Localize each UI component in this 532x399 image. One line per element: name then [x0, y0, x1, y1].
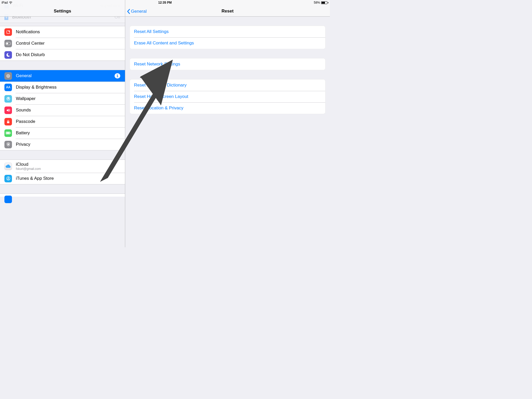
sidebar-item-icloud[interactable]: iCloud fskurt@gmail.com: [0, 160, 125, 173]
dnd-icon: [4, 51, 12, 59]
sidebar-item-dnd[interactable]: Do Not Disturb: [0, 49, 125, 61]
sidebar-item-privacy[interactable]: Privacy: [0, 139, 125, 150]
svg-point-4: [6, 43, 8, 44]
sidebar-group-device: General 1 AA Display & Brightness Wallpa…: [0, 70, 125, 150]
wifi-status-icon: [9, 1, 12, 4]
reset-network-button[interactable]: Reset Network Settings: [130, 58, 325, 70]
svg-rect-13: [8, 144, 9, 145]
sidebar-list[interactable]: Notifications Control Center Do Not Dist…: [0, 17, 125, 247]
erase-all-content-button[interactable]: Erase All Content and Settings: [130, 37, 325, 49]
device-label: iPad: [2, 1, 8, 4]
sidebar-item-label: iTunes & App Store: [16, 176, 54, 181]
gear-icon: [4, 72, 12, 80]
sounds-icon: [4, 107, 12, 114]
detail-pane: General Reset Reset All Settings Erase A…: [125, 0, 330, 247]
unknown-icon: [4, 196, 12, 203]
sidebar-item-label: Notifications: [16, 29, 40, 35]
sidebar-item-display[interactable]: AA Display & Brightness: [0, 82, 125, 93]
clock: 12:35 PM: [158, 1, 172, 4]
sidebar-item-label: Display & Brightness: [16, 85, 57, 90]
display-icon: AA: [4, 84, 12, 91]
reset-all-settings-button[interactable]: Reset All Settings: [130, 26, 325, 37]
svg-point-5: [7, 74, 10, 77]
reset-group-1: Reset All Settings Erase All Content and…: [130, 26, 325, 49]
sidebar-item-general[interactable]: General 1: [0, 70, 125, 82]
sidebar-item-sounds[interactable]: Sounds: [0, 104, 125, 116]
chevron-left-icon: [127, 9, 130, 14]
sidebar-item-battery[interactable]: Battery: [0, 127, 125, 139]
svg-point-6: [8, 75, 9, 76]
row-label: Reset Network Settings: [134, 62, 180, 67]
app-store-icon: [4, 175, 12, 182]
reset-home-button[interactable]: Reset Home Screen Layout: [130, 91, 325, 102]
sidebar-item-label: Sounds: [16, 108, 31, 113]
svg-rect-12: [10, 132, 11, 134]
sidebar-item-label: Do Not Disturb: [16, 52, 45, 57]
sidebar-item-label: Privacy: [16, 142, 30, 147]
row-label: Reset Keyboard Dictionary: [134, 83, 187, 88]
sidebar-item-wallpaper[interactable]: Wallpaper: [0, 93, 125, 104]
reset-group-3: Reset Keyboard Dictionary Reset Home Scr…: [130, 79, 325, 114]
settings-sidebar: Wi-Fi superhero Bluetooth Off Settings: [0, 0, 125, 247]
battery-icon: [4, 129, 12, 137]
svg-point-2: [9, 30, 10, 32]
row-label: Reset All Settings: [134, 29, 169, 34]
back-label: General: [131, 9, 147, 14]
reset-keyboard-button[interactable]: Reset Keyboard Dictionary: [130, 79, 325, 91]
sidebar-group-account: iCloud fskurt@gmail.com iTunes & App Sto…: [0, 159, 125, 184]
detail-content: Reset All Settings Erase All Content and…: [125, 17, 330, 247]
notifications-icon: [4, 28, 12, 36]
battery-icon: [321, 1, 328, 4]
battery-percentage: 58%: [314, 1, 320, 4]
row-label: Reset Location & Privacy: [134, 105, 183, 111]
wallpaper-icon: [4, 95, 12, 103]
sidebar-group-alerts: Notifications Control Center Do Not Dist…: [0, 26, 125, 61]
sidebar-item-label: Passcode: [16, 119, 35, 124]
detail-title: Reset: [222, 9, 234, 14]
control-center-icon: [4, 40, 12, 47]
sidebar-item-passcode[interactable]: Passcode: [0, 116, 125, 127]
sidebar-title: Settings: [54, 9, 71, 14]
icloud-account-email: fskurt@gmail.com: [16, 167, 41, 171]
row-label: Erase All Content and Settings: [134, 41, 194, 46]
general-badge: 1: [115, 73, 120, 78]
svg-rect-11: [6, 132, 10, 134]
back-button[interactable]: General: [127, 9, 147, 14]
sidebar-item-label: iCloud: [16, 162, 41, 167]
icloud-icon: [4, 163, 12, 170]
sidebar-item-label: Battery: [16, 130, 30, 136]
passcode-icon: [4, 118, 12, 125]
reset-group-2: Reset Network Settings: [130, 58, 325, 70]
sidebar-group-peek: [0, 194, 125, 197]
sidebar-item-itunes[interactable]: iTunes & App Store: [0, 173, 125, 184]
svg-point-15: [10, 3, 11, 4]
sidebar-item-label: Control Center: [16, 41, 45, 46]
sidebar-item-notifications[interactable]: Notifications: [0, 26, 125, 38]
row-label: Reset Home Screen Layout: [134, 94, 188, 99]
svg-rect-9: [7, 121, 9, 123]
privacy-icon: [4, 141, 12, 148]
reset-location-button[interactable]: Reset Location & Privacy: [130, 102, 325, 114]
sidebar-item-control-center[interactable]: Control Center: [0, 38, 125, 49]
sidebar-item-label: General: [16, 73, 31, 78]
sidebar-item-label: Wallpaper: [16, 96, 36, 101]
